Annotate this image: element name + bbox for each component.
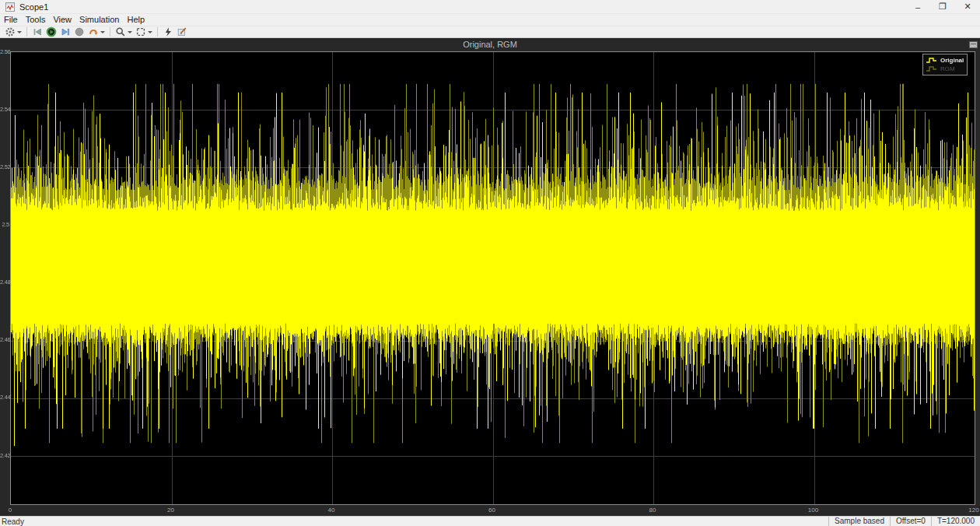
menu-view[interactable]: View xyxy=(49,14,75,26)
zoom-icon xyxy=(115,26,126,37)
status-time: T=120.000 xyxy=(931,517,980,526)
menu-simulation[interactable]: Simulation xyxy=(75,14,123,26)
signal-editor-button[interactable] xyxy=(175,26,189,37)
toolbar-separator xyxy=(157,27,158,37)
menu-tools[interactable]: Tools xyxy=(22,14,50,26)
y-tick-label: 2.44 xyxy=(0,394,9,401)
window-title: Scope1 xyxy=(19,2,48,12)
signal-plot-canvas xyxy=(11,52,975,504)
maximize-axes-button[interactable] xyxy=(969,41,978,48)
x-tick-label: 100 xyxy=(802,507,825,514)
title-bar: Scope1 – ❐ ✕ xyxy=(0,0,980,14)
menu-file[interactable]: File xyxy=(0,14,22,26)
trigger-bolt-icon xyxy=(163,26,173,37)
toolbar-separator xyxy=(26,27,27,37)
step-back-button[interactable] xyxy=(30,26,44,37)
status-offset: Offset=0 xyxy=(890,517,931,526)
step-forward-icon xyxy=(60,26,71,37)
y-tick-label: 2.54 xyxy=(0,106,9,113)
toolbar xyxy=(0,26,980,38)
status-right-panel: Sample based Offset=0 T=120.000 xyxy=(828,517,980,526)
toolbar-separator xyxy=(110,27,110,37)
scope-display: Original, RGM 2.562.542.522.52.482.462.4… xyxy=(0,38,980,516)
y-tick-label: 2.42 xyxy=(0,452,9,459)
stop-icon xyxy=(74,26,85,37)
settings-button[interactable] xyxy=(3,26,23,37)
plot-axes[interactable] xyxy=(10,51,975,505)
legend-item-rgm[interactable]: RGM xyxy=(926,65,964,73)
y-tick-label: 2.5 xyxy=(0,221,9,228)
y-tick-label: 2.46 xyxy=(0,336,9,343)
fit-to-view-button[interactable] xyxy=(134,26,154,37)
y-tick-label: 2.52 xyxy=(0,163,9,170)
x-tick-label: 20 xyxy=(159,507,183,514)
zoom-button[interactable] xyxy=(114,26,134,37)
settings-gear-icon xyxy=(5,26,16,37)
signal-editor-icon xyxy=(177,26,187,37)
scope-window: { "window": { "title": "Scope1", "contro… xyxy=(0,0,980,526)
legend-label-original: Original xyxy=(940,57,964,64)
highlight-block-dropdown-caret xyxy=(100,31,105,33)
status-ready: Ready xyxy=(0,517,24,526)
status-bar: Ready Sample based Offset=0 T=120.000 xyxy=(0,516,980,526)
x-tick-label: 80 xyxy=(641,507,664,514)
window-controls: – ❐ ✕ xyxy=(905,0,980,14)
zoom-dropdown-caret xyxy=(128,31,132,33)
x-tick-label: 40 xyxy=(320,507,343,514)
maximize-button[interactable]: ❐ xyxy=(930,0,955,14)
step-back-icon xyxy=(32,26,43,37)
minimize-button[interactable]: – xyxy=(905,0,930,14)
close-button[interactable]: ✕ xyxy=(955,0,980,14)
legend: Original RGM xyxy=(922,54,968,75)
status-sample-mode: Sample based xyxy=(828,517,890,526)
fit-to-view-icon xyxy=(135,26,146,37)
stop-button[interactable] xyxy=(72,26,86,37)
original-line-icon xyxy=(926,57,937,64)
fit-to-view-dropdown-caret xyxy=(148,31,152,33)
menu-help[interactable]: Help xyxy=(123,14,149,26)
scope-app-icon xyxy=(5,2,15,12)
settings-dropdown-caret xyxy=(17,31,22,33)
highlight-block-button[interactable] xyxy=(86,26,107,37)
x-tick-label: 60 xyxy=(481,507,504,514)
legend-label-rgm: RGM xyxy=(940,65,955,72)
trigger-button[interactable] xyxy=(161,26,175,37)
run-button[interactable] xyxy=(44,26,58,37)
y-tick-label: 2.56 xyxy=(0,48,9,55)
step-forward-button[interactable] xyxy=(58,26,72,37)
rgm-line-icon xyxy=(926,65,937,72)
x-tick-label: 0 xyxy=(0,507,22,514)
plot-title: Original, RGM xyxy=(0,40,980,49)
run-icon xyxy=(46,26,57,37)
menu-bar: File Tools View Simulation Help xyxy=(0,14,980,26)
highlight-block-icon xyxy=(88,26,99,37)
x-tick-label: 120 xyxy=(962,507,980,514)
y-tick-label: 2.48 xyxy=(0,279,9,286)
legend-item-original[interactable]: Original xyxy=(926,56,964,65)
